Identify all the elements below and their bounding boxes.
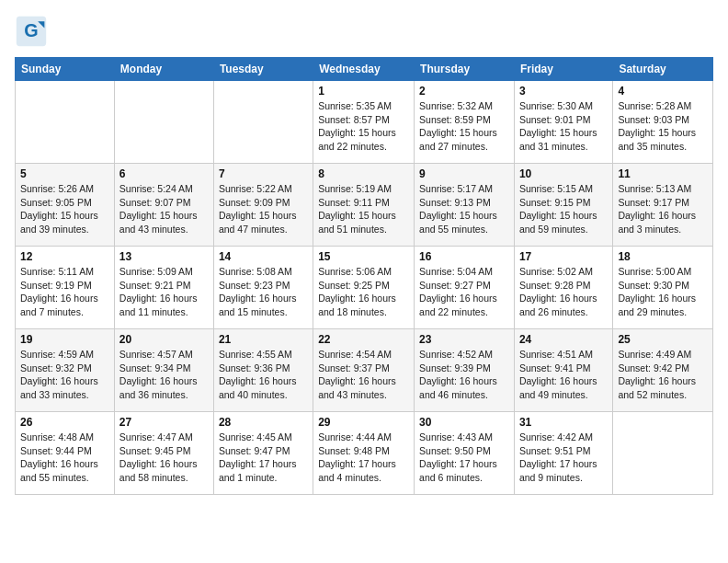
day-number: 14 [219, 250, 308, 263]
day-number: 13 [119, 250, 209, 263]
day-info: Sunrise: 4:54 AM Sunset: 9:37 PM Dayligh… [318, 348, 409, 402]
day-number: 24 [519, 333, 608, 346]
day-info: Sunrise: 5:32 AM Sunset: 8:59 PM Dayligh… [419, 99, 509, 154]
calendar-cell: 22Sunrise: 4:54 AM Sunset: 9:37 PM Dayli… [313, 329, 415, 412]
calendar-header-sunday: Sunday [16, 58, 115, 81]
day-info: Sunrise: 5:15 AM Sunset: 9:15 PM Dayligh… [519, 182, 608, 236]
day-info: Sunrise: 5:28 AM Sunset: 9:03 PM Dayligh… [618, 99, 708, 154]
day-number: 17 [519, 250, 608, 263]
day-info: Sunrise: 5:17 AM Sunset: 9:13 PM Dayligh… [419, 182, 509, 236]
calendar-cell: 28Sunrise: 4:45 AM Sunset: 9:47 PM Dayli… [213, 412, 313, 495]
day-info: Sunrise: 5:24 AM Sunset: 9:07 PM Dayligh… [119, 182, 209, 236]
day-info: Sunrise: 5:22 AM Sunset: 9:09 PM Dayligh… [219, 182, 308, 236]
calendar-cell: 9Sunrise: 5:17 AM Sunset: 9:13 PM Daylig… [415, 164, 515, 247]
day-number: 15 [318, 250, 409, 263]
calendar-cell: 7Sunrise: 5:22 AM Sunset: 9:09 PM Daylig… [213, 164, 313, 247]
calendar-header-tuesday: Tuesday [213, 58, 313, 81]
day-number: 28 [219, 416, 308, 429]
day-number: 16 [419, 250, 509, 263]
calendar-cell: 2Sunrise: 5:32 AM Sunset: 8:59 PM Daylig… [415, 81, 515, 164]
calendar-cell: 13Sunrise: 5:09 AM Sunset: 9:21 PM Dayli… [114, 247, 213, 329]
calendar-cell: 16Sunrise: 5:04 AM Sunset: 9:27 PM Dayli… [415, 247, 515, 329]
day-info: Sunrise: 5:35 AM Sunset: 8:57 PM Dayligh… [318, 99, 409, 154]
calendar-cell: 29Sunrise: 4:44 AM Sunset: 9:48 PM Dayli… [313, 412, 415, 495]
day-number: 18 [618, 250, 708, 263]
day-number: 30 [419, 416, 509, 429]
calendar-cell: 11Sunrise: 5:13 AM Sunset: 9:17 PM Dayli… [613, 164, 713, 247]
calendar-cell: 30Sunrise: 4:43 AM Sunset: 9:50 PM Dayli… [415, 412, 515, 495]
day-info: Sunrise: 4:49 AM Sunset: 9:42 PM Dayligh… [618, 348, 708, 402]
calendar-cell: 24Sunrise: 4:51 AM Sunset: 9:41 PM Dayli… [514, 329, 612, 412]
day-info: Sunrise: 5:26 AM Sunset: 9:05 PM Dayligh… [20, 182, 109, 236]
calendar-cell: 10Sunrise: 5:15 AM Sunset: 9:15 PM Dayli… [514, 164, 612, 247]
calendar-header-monday: Monday [114, 58, 213, 81]
calendar-header-row: SundayMondayTuesdayWednesdayThursdayFrid… [16, 58, 713, 81]
calendar-cell [613, 412, 713, 495]
calendar-week-5: 26Sunrise: 4:48 AM Sunset: 9:44 PM Dayli… [16, 412, 713, 495]
day-info: Sunrise: 5:09 AM Sunset: 9:21 PM Dayligh… [119, 265, 209, 319]
calendar-cell: 6Sunrise: 5:24 AM Sunset: 9:07 PM Daylig… [114, 164, 213, 247]
day-number: 20 [119, 333, 209, 346]
header: G [15, 15, 713, 48]
calendar-cell: 19Sunrise: 4:59 AM Sunset: 9:32 PM Dayli… [16, 329, 115, 412]
calendar-header-thursday: Thursday [415, 58, 515, 81]
day-number: 25 [618, 333, 708, 346]
day-number: 7 [219, 167, 308, 180]
day-number: 11 [618, 167, 708, 180]
day-info: Sunrise: 4:43 AM Sunset: 9:50 PM Dayligh… [419, 431, 509, 485]
day-info: Sunrise: 4:45 AM Sunset: 9:47 PM Dayligh… [219, 431, 308, 485]
calendar-week-3: 12Sunrise: 5:11 AM Sunset: 9:19 PM Dayli… [16, 247, 713, 329]
calendar-cell: 4Sunrise: 5:28 AM Sunset: 9:03 PM Daylig… [613, 81, 713, 164]
calendar-header-friday: Friday [514, 58, 612, 81]
day-number: 22 [318, 333, 409, 346]
day-info: Sunrise: 5:11 AM Sunset: 9:19 PM Dayligh… [20, 265, 109, 319]
page: G SundayMondayTuesdayWednesdayThursdayFr… [0, 0, 728, 506]
calendar-cell: 1Sunrise: 5:35 AM Sunset: 8:57 PM Daylig… [313, 81, 415, 164]
calendar-week-4: 19Sunrise: 4:59 AM Sunset: 9:32 PM Dayli… [16, 329, 713, 412]
calendar-cell: 5Sunrise: 5:26 AM Sunset: 9:05 PM Daylig… [16, 164, 115, 247]
day-info: Sunrise: 4:51 AM Sunset: 9:41 PM Dayligh… [519, 348, 608, 402]
calendar-week-1: 1Sunrise: 5:35 AM Sunset: 8:57 PM Daylig… [16, 81, 713, 164]
day-info: Sunrise: 4:48 AM Sunset: 9:44 PM Dayligh… [20, 431, 109, 485]
day-info: Sunrise: 5:13 AM Sunset: 9:17 PM Dayligh… [618, 182, 708, 236]
calendar-cell [16, 81, 115, 164]
day-number: 12 [20, 250, 109, 263]
svg-text:G: G [24, 20, 38, 40]
calendar-cell: 25Sunrise: 4:49 AM Sunset: 9:42 PM Dayli… [613, 329, 713, 412]
day-number: 23 [419, 333, 509, 346]
calendar-week-2: 5Sunrise: 5:26 AM Sunset: 9:05 PM Daylig… [16, 164, 713, 247]
calendar-cell: 8Sunrise: 5:19 AM Sunset: 9:11 PM Daylig… [313, 164, 415, 247]
calendar-cell: 14Sunrise: 5:08 AM Sunset: 9:23 PM Dayli… [213, 247, 313, 329]
day-number: 4 [618, 85, 708, 98]
day-info: Sunrise: 4:42 AM Sunset: 9:51 PM Dayligh… [519, 431, 608, 485]
logo-icon: G [15, 15, 48, 48]
calendar-cell: 12Sunrise: 5:11 AM Sunset: 9:19 PM Dayli… [16, 247, 115, 329]
day-info: Sunrise: 5:04 AM Sunset: 9:27 PM Dayligh… [419, 265, 509, 319]
day-number: 5 [20, 167, 109, 180]
calendar-cell: 26Sunrise: 4:48 AM Sunset: 9:44 PM Dayli… [16, 412, 115, 495]
day-info: Sunrise: 4:57 AM Sunset: 9:34 PM Dayligh… [119, 348, 209, 402]
day-info: Sunrise: 4:44 AM Sunset: 9:48 PM Dayligh… [318, 431, 409, 485]
day-number: 10 [519, 167, 608, 180]
day-number: 27 [119, 416, 209, 429]
day-info: Sunrise: 4:59 AM Sunset: 9:32 PM Dayligh… [20, 348, 109, 402]
calendar-cell: 27Sunrise: 4:47 AM Sunset: 9:45 PM Dayli… [114, 412, 213, 495]
calendar-table: SundayMondayTuesdayWednesdayThursdayFrid… [15, 57, 713, 495]
day-number: 1 [318, 85, 409, 98]
day-info: Sunrise: 5:08 AM Sunset: 9:23 PM Dayligh… [219, 265, 308, 319]
day-info: Sunrise: 4:47 AM Sunset: 9:45 PM Dayligh… [119, 431, 209, 485]
day-info: Sunrise: 5:02 AM Sunset: 9:28 PM Dayligh… [519, 265, 608, 319]
day-info: Sunrise: 4:52 AM Sunset: 9:39 PM Dayligh… [419, 348, 509, 402]
day-number: 29 [318, 416, 409, 429]
day-number: 8 [318, 167, 409, 180]
day-number: 19 [20, 333, 109, 346]
day-number: 9 [419, 167, 509, 180]
calendar-cell: 18Sunrise: 5:00 AM Sunset: 9:30 PM Dayli… [613, 247, 713, 329]
calendar-header-wednesday: Wednesday [313, 58, 415, 81]
day-number: 21 [219, 333, 308, 346]
calendar-cell: 20Sunrise: 4:57 AM Sunset: 9:34 PM Dayli… [114, 329, 213, 412]
day-number: 26 [20, 416, 109, 429]
calendar-cell: 17Sunrise: 5:02 AM Sunset: 9:28 PM Dayli… [514, 247, 612, 329]
day-info: Sunrise: 5:00 AM Sunset: 9:30 PM Dayligh… [618, 265, 708, 319]
day-info: Sunrise: 5:19 AM Sunset: 9:11 PM Dayligh… [318, 182, 409, 236]
